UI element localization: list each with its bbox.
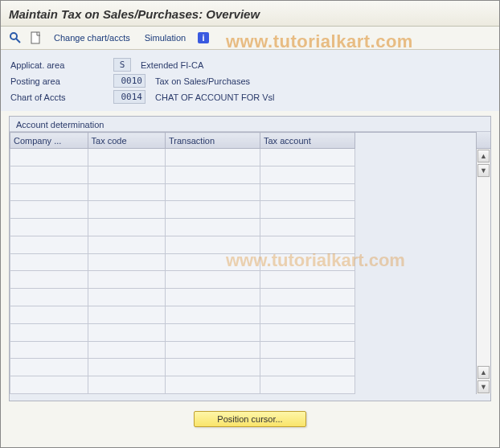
scroll-corner [477, 132, 490, 149]
desc-applicat-area: Extended FI-CA [137, 60, 203, 70]
col-transaction[interactable]: Transaction [166, 133, 260, 149]
table-container: Company ... Tax code Transaction Tax acc… [10, 132, 490, 394]
page-title: Maintain Tax on Sales/Purchases: Overvie… [9, 7, 491, 21]
value-chart-of-accts: 0014 [113, 90, 145, 104]
row-applicat-area: Applicat. area S Extended FI-CA [10, 58, 490, 72]
table-gap [355, 132, 476, 394]
label-posting-area: Posting area [10, 76, 107, 86]
table-row[interactable] [10, 323, 355, 341]
svg-point-0 [10, 33, 17, 39]
svg-line-1 [16, 39, 20, 43]
toolbar: Change chart/accts Simulation i [1, 27, 499, 50]
table-row[interactable] [10, 166, 355, 183]
table-row[interactable] [10, 219, 355, 236]
scroll-down-icon[interactable]: ▼ [477, 164, 490, 177]
desc-posting-area: Tax on Sales/Purchases [152, 76, 250, 86]
row-chart-of-accts: Chart of Accts 0014 CHAT OF ACCOUNT FOR … [10, 90, 490, 104]
col-tax-account[interactable]: Tax account [260, 133, 355, 149]
simulation-link[interactable]: Simulation [140, 31, 191, 44]
table-row[interactable] [10, 201, 355, 219]
table-row[interactable] [10, 306, 355, 324]
table-row[interactable] [10, 149, 355, 166]
position-cursor-button[interactable]: Position cursor... [194, 411, 305, 427]
title-bar: Maintain Tax on Sales/Purchases: Overvie… [1, 1, 499, 27]
svg-text:i: i [203, 33, 205, 43]
table-row[interactable] [10, 253, 355, 271]
scroll-up-icon[interactable]: ▲ [477, 150, 490, 162]
table-row[interactable] [10, 341, 355, 359]
scroll-down2-icon[interactable]: ▼ [477, 380, 490, 393]
value-posting-area: 0010 [113, 74, 145, 88]
table-header-row: Company ... Tax code Transaction Tax acc… [10, 133, 355, 149]
table-row[interactable] [10, 359, 355, 376]
table-row[interactable] [10, 183, 355, 201]
scroll-track[interactable] [477, 178, 490, 365]
new-page-icon[interactable] [28, 30, 44, 46]
desc-chart-of-accts: CHAT OF ACCOUNT FOR Vsl [152, 92, 275, 102]
change-chart-link[interactable]: Change chart/accts [49, 31, 135, 44]
col-tax-code[interactable]: Tax code [88, 133, 166, 149]
value-applicat-area: S [113, 58, 131, 72]
svg-rect-2 [31, 32, 39, 43]
scroll-up2-icon[interactable]: ▲ [477, 366, 490, 379]
info-icon[interactable]: i [195, 30, 211, 46]
search-icon[interactable] [7, 30, 23, 46]
row-posting-area: Posting area 0010 Tax on Sales/Purchases [10, 74, 490, 88]
vertical-scrollbar[interactable]: ▲ ▼ ▲ ▼ [476, 132, 490, 394]
table-row[interactable] [10, 289, 355, 306]
panel-title: Account determination [10, 117, 490, 132]
account-determination-panel: Account determination Company ... Tax co… [9, 116, 491, 401]
table-row[interactable] [10, 376, 355, 394]
label-chart-of-accts: Chart of Accts [10, 92, 107, 102]
form-area: Applicat. area S Extended FI-CA Posting … [1, 50, 499, 111]
label-applicat-area: Applicat. area [10, 60, 107, 70]
col-company[interactable]: Company ... [10, 133, 88, 149]
table-row[interactable] [10, 236, 355, 253]
footer: Position cursor... [1, 405, 499, 432]
account-table[interactable]: Company ... Tax code Transaction Tax acc… [10, 132, 355, 394]
table-body [10, 149, 355, 394]
table-row[interactable] [10, 271, 355, 289]
